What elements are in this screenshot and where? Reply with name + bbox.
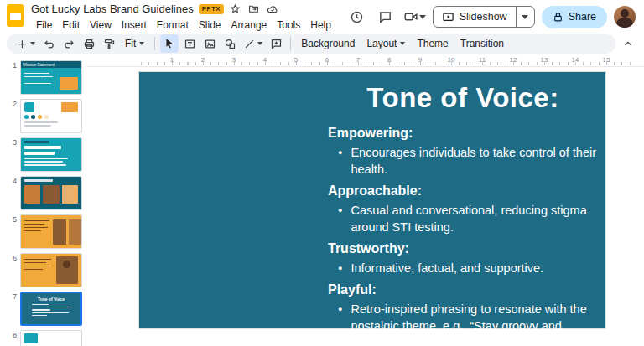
thumbnail-text-lines — [24, 146, 61, 149]
ruler-number: 10 — [448, 56, 455, 64]
section-heading[interactable]: Approachable: — [328, 183, 598, 199]
comments-icon[interactable] — [375, 6, 397, 28]
slide-thumbnail-2[interactable] — [20, 99, 82, 133]
bullet-text[interactable]: Encourages individuals to take control o… — [351, 144, 598, 178]
slide-filmstrip: 1 Mission Statement 2 — [0, 55, 87, 346]
ruler-number: 1 — [170, 56, 174, 64]
section-heading[interactable]: Empowering: — [328, 126, 598, 141]
section-heading[interactable]: Trustworthy: — [328, 241, 598, 256]
menu-edit[interactable]: Edit — [57, 18, 85, 33]
slide-section: Playful: Retro-inspired phrasing to reso… — [328, 282, 598, 346]
new-slide-button[interactable] — [13, 34, 38, 53]
main-content: 1 Mission Statement 2 — [0, 55, 644, 346]
layout-button[interactable]: Layout — [361, 34, 410, 53]
thumbnail-title: Mission Statement — [21, 61, 81, 68]
ruler-number: 12 — [510, 56, 517, 64]
bullet-text[interactable]: Casual and conversational, reducing stig… — [351, 202, 598, 235]
menu-help[interactable]: Help — [305, 18, 336, 33]
slide-thumbnail-5[interactable] — [20, 214, 82, 249]
slide-thumbnail-7-selected[interactable]: Tone of Voice — [20, 292, 82, 326]
ruler-number: 3 — [232, 56, 236, 64]
slide-thumbnail-6[interactable] — [20, 253, 82, 287]
cloud-status-icon[interactable] — [266, 3, 279, 16]
thumbnail-row: 2 — [5, 99, 84, 133]
chevron-down-icon — [400, 42, 405, 45]
insert-comment-button[interactable] — [267, 34, 285, 53]
menu-insert[interactable]: Insert — [117, 18, 152, 33]
select-tool-button[interactable] — [160, 34, 179, 53]
version-history-icon[interactable] — [346, 6, 368, 28]
menu-view[interactable]: View — [85, 18, 117, 33]
ruler-number: 8 — [387, 56, 391, 64]
zoom-fit-select[interactable]: Fit — [120, 34, 149, 53]
menu-bar: File Edit View Insert Format Slide Arran… — [31, 18, 336, 33]
slide-thumbnail-8[interactable] — [20, 330, 82, 346]
transition-label: Transition — [460, 38, 504, 49]
bullet-text[interactable]: Informative, factual, and supportive. — [351, 260, 543, 276]
background-button[interactable]: Background — [296, 34, 360, 53]
slide-number: 8 — [5, 331, 17, 339]
text-box-tool-button[interactable] — [180, 34, 199, 53]
toolbar-row: Fit Background Layout — [0, 32, 644, 55]
slideshow-options-button[interactable] — [516, 7, 534, 27]
background-label: Background — [301, 38, 355, 49]
slides-logo-icon[interactable] — [7, 4, 24, 27]
slide-number: 2 — [5, 100, 17, 108]
menu-slide[interactable]: Slide — [194, 18, 226, 33]
zoom-label: Fit — [125, 38, 136, 49]
layout-label: Layout — [366, 38, 397, 49]
thumbnail-text-lines — [24, 256, 51, 284]
slide-text-box[interactable]: Tone of Voice: Empowering: Encourages in… — [328, 82, 598, 346]
move-folder-icon[interactable] — [247, 3, 261, 16]
redo-button[interactable] — [60, 34, 78, 53]
horizontal-ruler: 123456789101112131415 — [87, 55, 644, 67]
menu-format[interactable]: Format — [152, 18, 194, 33]
file-type-badge: PPTX — [199, 4, 224, 14]
theme-label: Theme — [417, 38, 448, 49]
collapse-toolbar-button[interactable] — [619, 34, 637, 53]
chevron-down-icon — [522, 15, 528, 19]
slide-thumbnail-3[interactable] — [20, 137, 82, 172]
section-heading[interactable]: Playful: — [328, 282, 598, 297]
print-button[interactable] — [80, 34, 98, 53]
document-title[interactable]: Got Lucky Labs Brand Guidelines — [31, 3, 194, 15]
ruler-number: 15 — [603, 56, 610, 64]
menu-tools[interactable]: Tools — [272, 18, 305, 33]
slide-number: 4 — [5, 177, 17, 185]
transition-button[interactable]: Transition — [455, 34, 509, 53]
slide-thumbnail-4[interactable] — [20, 176, 82, 210]
avatar[interactable] — [614, 6, 636, 28]
menu-arrange[interactable]: Arrange — [226, 18, 273, 33]
share-button[interactable]: Share — [542, 6, 607, 28]
thumbnail-title-bar — [24, 141, 49, 143]
thumbnail-row: 1 Mission Statement — [5, 60, 84, 95]
slide-number: 5 — [5, 215, 17, 224]
ruler-number: 9 — [418, 56, 422, 64]
thumbnail-swatch — [24, 102, 34, 112]
bullet-text[interactable]: Retro-inspired phrasing to resonate with… — [351, 301, 598, 346]
insert-shape-button[interactable] — [221, 34, 239, 53]
thumbnail-title: Tone of Voice — [25, 297, 77, 302]
menu-file[interactable]: File — [31, 18, 57, 33]
chevron-down-icon — [139, 42, 144, 45]
meet-call-button[interactable] — [403, 9, 426, 24]
slideshow-button[interactable]: Slideshow — [434, 7, 516, 27]
star-icon[interactable] — [229, 3, 242, 16]
insert-line-button[interactable] — [241, 34, 265, 53]
ruler-number: 5 — [294, 56, 298, 64]
share-label: Share — [569, 11, 596, 23]
slide-title[interactable]: Tone of Voice: — [328, 82, 598, 114]
top-bar: Got Lucky Labs Brand Guidelines PPTX Fil… — [0, 0, 644, 32]
undo-button[interactable] — [39, 34, 58, 53]
slide-number: 3 — [5, 138, 17, 147]
ruler-number: 7 — [356, 56, 360, 64]
theme-button[interactable]: Theme — [412, 34, 453, 53]
thumbnail-row: 7 Tone of Voice — [5, 292, 84, 326]
thumbnail-swatch — [24, 333, 38, 343]
paint-format-button[interactable] — [100, 34, 118, 53]
slide-thumbnail-1[interactable]: Mission Statement — [20, 60, 82, 95]
current-slide[interactable]: Tone of Voice: Empowering: Encourages in… — [139, 72, 605, 328]
chevron-down-icon — [257, 42, 262, 45]
insert-image-button[interactable] — [200, 34, 219, 53]
slide-section: Trustworthy: Informative, factual, and s… — [328, 241, 598, 276]
